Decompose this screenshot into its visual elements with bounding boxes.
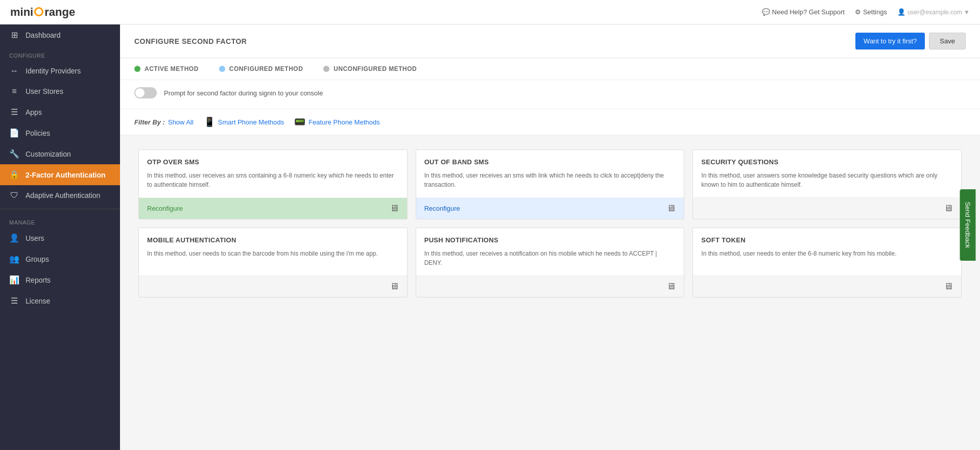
reconfigure-link-out-of-band-sms[interactable]: Reconfigure xyxy=(424,205,460,212)
sidebar-item-dashboard[interactable]: ⊞ Dashboard xyxy=(0,24,120,45)
logo-circle xyxy=(34,7,43,16)
sidebar-item-apps[interactable]: ☰ Apps xyxy=(0,102,120,122)
card-desc-soft-token: In this method, user needs to enter the … xyxy=(701,249,953,258)
legend-active: Active Method xyxy=(134,65,199,72)
chat-icon: 💬 xyxy=(762,8,770,16)
method-card-security-questions: SECURITY QUESTIONS In this method, user … xyxy=(692,149,962,219)
card-body-soft-token: SOFT TOKEN In this method, user needs to… xyxy=(693,228,961,276)
sidebar: ⊞ Dashboard Configure ↔ Identity Provide… xyxy=(0,24,120,450)
adaptive-icon: 🛡 xyxy=(9,191,19,200)
card-footer-push-notifications: 🖥 xyxy=(416,276,684,297)
card-body-otp-sms: OTP OVER SMS In this method, user receiv… xyxy=(139,150,407,197)
logo-range: range xyxy=(44,6,75,19)
card-title-soft-token: SOFT TOKEN xyxy=(701,236,953,244)
filter-smartphone[interactable]: Smart Phone Methods xyxy=(218,118,284,126)
help-link[interactable]: 💬 Need Help? Get Support xyxy=(762,8,845,16)
card-desc-security-questions: In this method, user answers some knowle… xyxy=(701,171,953,189)
sidebar-divider xyxy=(0,209,120,209)
monitor-icon-security-questions: 🖥 xyxy=(944,203,953,214)
sidebar-item-groups[interactable]: 👥 Groups xyxy=(0,248,120,269)
card-desc-otp-sms: In this method, user receives an sms con… xyxy=(147,171,399,189)
save-button[interactable]: Save xyxy=(929,33,966,49)
sidebar-item-users[interactable]: 👤 Users xyxy=(0,228,120,248)
sidebar-item-reports[interactable]: 📊 Reports xyxy=(0,269,120,290)
card-body-security-questions: SECURITY QUESTIONS In this method, user … xyxy=(693,150,961,197)
card-title-otp-sms: OTP OVER SMS xyxy=(147,158,399,166)
sidebar-item-adaptive-auth[interactable]: 🛡 Adaptive Authentication xyxy=(0,185,120,206)
card-desc-mobile-auth: In this method, user needs to scan the b… xyxy=(147,249,399,258)
featurephone-icon: 📟 xyxy=(294,116,305,128)
apps-icon: ☰ xyxy=(9,107,19,117)
card-footer-soft-token: 🖥 xyxy=(693,276,961,297)
topnav-right: 💬 Need Help? Get Support ⚙ Settings 👤 us… xyxy=(762,8,970,16)
logo-mini: mini xyxy=(10,6,33,19)
sidebar-item-identity-providers[interactable]: ↔ Identity Providers xyxy=(0,61,120,81)
send-feedback-tab[interactable]: Send Feedback xyxy=(960,189,976,261)
monitor-icon-otp-sms: 🖥 xyxy=(390,203,399,214)
settings-link[interactable]: ⚙ Settings xyxy=(855,8,887,16)
policies-icon: 📄 xyxy=(9,128,19,138)
sidebar-item-2fa[interactable]: 🔒 2-Factor Authentication xyxy=(0,164,120,185)
sidebar-item-customization[interactable]: 🔧 Customization xyxy=(0,143,120,164)
filter-show-all[interactable]: Show All xyxy=(168,118,194,126)
method-card-otp-sms: OTP OVER SMS In this method, user receiv… xyxy=(138,149,408,219)
monitor-icon-soft-token: 🖥 xyxy=(944,281,953,292)
smartphone-icon: 📱 xyxy=(204,116,215,128)
reconfigure-link-otp-sms[interactable]: Reconfigure xyxy=(147,205,183,212)
main-layout: ⊞ Dashboard Configure ↔ Identity Provide… xyxy=(0,24,980,450)
legend-bar: Active Method Configured Method Unconfig… xyxy=(120,58,980,80)
card-title-security-questions: SECURITY QUESTIONS xyxy=(701,158,953,166)
unconfigured-dot xyxy=(323,66,329,72)
users-icon: 👤 xyxy=(9,233,19,243)
card-body-push-notifications: PUSH NOTIFICATIONS In this method, user … xyxy=(416,228,684,276)
legend-unconfigured: Unconfigured Method xyxy=(323,65,417,72)
reports-icon: 📊 xyxy=(9,275,19,285)
method-card-push-notifications: PUSH NOTIFICATIONS In this method, user … xyxy=(416,228,685,297)
identity-icon: ↔ xyxy=(9,66,19,76)
filter-bar: Filter By : Show All 📱 Smart Phone Metho… xyxy=(120,109,980,135)
user-stores-icon: ≡ xyxy=(9,87,19,96)
card-title-push-notifications: PUSH NOTIFICATIONS xyxy=(424,236,676,244)
card-footer-security-questions: 🖥 xyxy=(693,197,961,219)
try-first-button[interactable]: Want to try it first? xyxy=(855,33,925,49)
sidebar-item-user-stores[interactable]: ≡ User Stores xyxy=(0,81,120,102)
groups-icon: 👥 xyxy=(9,254,19,264)
user-icon: 👤 xyxy=(897,8,905,16)
gear-icon: ⚙ xyxy=(855,8,861,16)
sidebar-item-license[interactable]: ☰ License xyxy=(0,290,120,311)
card-desc-push-notifications: In this method, user receives a notifica… xyxy=(424,249,676,267)
monitor-icon-mobile-auth: 🖥 xyxy=(390,281,399,292)
method-card-mobile-auth: MOBILE AUTHENTICATION In this method, us… xyxy=(138,228,408,297)
sidebar-section-manage: Manage xyxy=(0,212,120,228)
card-title-mobile-auth: MOBILE AUTHENTICATION xyxy=(147,236,399,244)
sidebar-item-policies[interactable]: 📄 Policies xyxy=(0,122,120,143)
license-icon: ☰ xyxy=(9,296,19,306)
second-factor-toggle[interactable] xyxy=(134,87,157,98)
cards-grid: OTP OVER SMS In this method, user receiv… xyxy=(120,135,980,312)
page-header: Configure Second Factor Want to try it f… xyxy=(120,24,980,58)
card-footer-out-of-band-sms: Reconfigure 🖥 xyxy=(416,197,684,219)
card-footer-mobile-auth: 🖥 xyxy=(139,276,407,297)
method-card-out-of-band-sms: OUT OF BAND SMS In this method, user rec… xyxy=(416,149,685,219)
logo: minirange xyxy=(10,6,75,19)
configured-dot xyxy=(219,66,225,72)
monitor-icon-push-notifications: 🖥 xyxy=(666,281,676,292)
filter-featurephone[interactable]: Feature Phone Methods xyxy=(308,118,379,126)
user-menu[interactable]: 👤 user@example.com ▼ xyxy=(897,8,970,16)
dashboard-icon: ⊞ xyxy=(9,30,19,40)
method-card-soft-token: SOFT TOKEN In this method, user needs to… xyxy=(692,228,962,297)
page-title: Configure Second Factor xyxy=(134,37,247,45)
sidebar-section-configure: Configure xyxy=(0,45,120,61)
card-footer-otp-sms: Reconfigure 🖥 xyxy=(139,197,407,219)
toggle-label: Prompt for second factor during signin t… xyxy=(164,89,323,97)
active-dot xyxy=(134,66,140,72)
header-buttons: Want to try it first? Save xyxy=(855,33,966,49)
card-body-mobile-auth: MOBILE AUTHENTICATION In this method, us… xyxy=(139,228,407,276)
topnav: minirange 💬 Need Help? Get Support ⚙ Set… xyxy=(0,0,980,24)
card-body-out-of-band-sms: OUT OF BAND SMS In this method, user rec… xyxy=(416,150,684,197)
content-area: Configure Second Factor Want to try it f… xyxy=(120,24,980,450)
legend-configured: Configured Method xyxy=(219,65,303,72)
card-title-out-of-band-sms: OUT OF BAND SMS xyxy=(424,158,676,166)
card-desc-out-of-band-sms: In this method, user receives an sms wit… xyxy=(424,171,676,189)
monitor-icon-out-of-band-sms: 🖥 xyxy=(666,203,676,214)
